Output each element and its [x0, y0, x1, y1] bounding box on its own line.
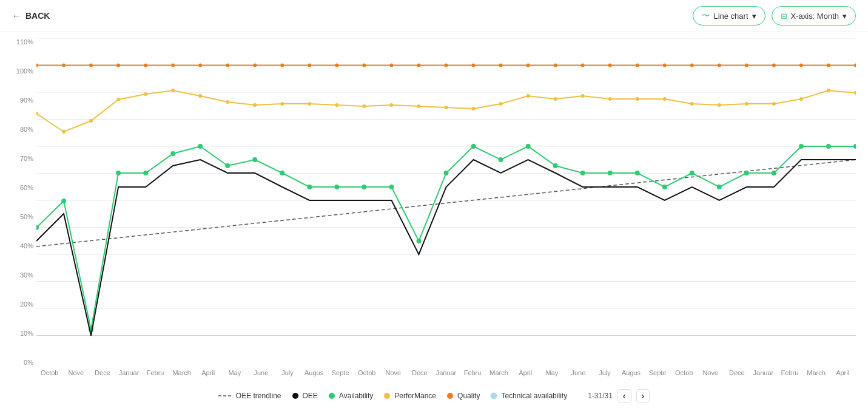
y-label-100: 100%: [16, 67, 33, 75]
x-label-januar1: Januar: [116, 369, 143, 376]
legend-availability-label: Availability: [339, 392, 373, 400]
svg-point-20: [253, 64, 257, 67]
x-label-febru1: Febru: [142, 369, 169, 376]
chart-type-dropdown[interactable]: 〜 Line chart ▾: [693, 6, 765, 25]
back-button[interactable]: ← BACK: [12, 11, 50, 21]
svg-point-70: [772, 102, 776, 106]
legend-technical-availability: Technical availability: [490, 392, 567, 400]
svg-point-46: [116, 98, 120, 101]
svg-point-52: [280, 102, 284, 106]
svg-point-95: [580, 171, 585, 175]
pagination-next-button[interactable]: ›: [636, 389, 650, 403]
svg-point-96: [608, 171, 613, 175]
svg-point-87: [362, 185, 366, 189]
xaxis-icon: ⊞: [781, 12, 787, 21]
svg-point-92: [499, 157, 503, 162]
svg-point-42: [854, 64, 856, 67]
svg-point-60: [499, 102, 503, 106]
svg-point-67: [690, 102, 694, 106]
x-label-may2: May: [539, 369, 565, 376]
legend-quality-label: Quality: [457, 392, 480, 400]
svg-point-61: [527, 94, 530, 98]
svg-point-82: [225, 163, 230, 168]
svg-point-22: [308, 64, 311, 67]
svg-point-59: [472, 107, 476, 110]
x-label-dece3: Dece: [724, 369, 750, 376]
pagination-prev-button[interactable]: ‹: [617, 389, 631, 403]
y-label-110: 110%: [16, 38, 33, 46]
pagination: 1-31/31 ‹ ›: [588, 389, 650, 403]
svg-point-100: [717, 185, 722, 189]
x-label-dece2: Dece: [406, 369, 433, 376]
svg-point-79: [143, 171, 148, 175]
xaxis-dropdown[interactable]: ⊞ X-axis: Month ▾: [772, 6, 856, 25]
svg-point-73: [854, 91, 856, 95]
svg-point-76: [61, 199, 66, 203]
svg-point-97: [635, 171, 640, 175]
y-label-40: 40%: [20, 242, 33, 250]
svg-point-78: [116, 171, 121, 175]
x-axis: Octob Nove Dece Januar Febru March April…: [36, 369, 856, 376]
svg-point-57: [417, 104, 420, 108]
svg-point-72: [827, 89, 830, 92]
x-label-march1: March: [169, 369, 195, 376]
y-label-30: 30%: [20, 271, 33, 279]
svg-point-29: [499, 64, 503, 67]
svg-point-109: [384, 393, 390, 399]
legend-performance: PerforMance: [383, 392, 436, 400]
header-controls: 〜 Line chart ▾ ⊞ X-axis: Month ▾: [693, 6, 856, 25]
x-label-octob3: Octob: [671, 369, 698, 376]
legend-quality: Quality: [446, 392, 480, 400]
x-label-nove2: Nove: [380, 369, 407, 376]
svg-point-45: [89, 119, 93, 123]
x-label-april1: April: [195, 369, 221, 376]
svg-point-99: [690, 171, 695, 175]
svg-point-65: [636, 97, 639, 101]
svg-point-62: [554, 97, 557, 101]
svg-point-104: [826, 144, 831, 149]
chart-area: 110% 100% 90% 80% 70% 60% 50% 40% 30% 20…: [12, 38, 856, 384]
svg-point-111: [491, 393, 497, 399]
svg-point-39: [772, 64, 776, 67]
svg-point-68: [718, 103, 721, 107]
svg-point-26: [417, 64, 420, 67]
svg-point-85: [307, 185, 312, 189]
svg-point-50: [226, 100, 229, 104]
svg-point-80: [170, 151, 175, 156]
svg-point-93: [526, 144, 531, 149]
x-label-septe2: Septe: [644, 369, 671, 376]
svg-point-24: [362, 64, 366, 67]
chart-type-chevron-icon: ▾: [752, 12, 756, 21]
legend-technical-availability-label: Technical availability: [501, 392, 567, 400]
x-label-nove: Nove: [63, 369, 90, 376]
svg-point-44: [62, 130, 66, 134]
svg-point-12: [36, 64, 38, 67]
svg-point-54: [335, 103, 338, 107]
svg-point-63: [581, 94, 585, 98]
x-label-octob: Octob: [36, 369, 63, 376]
x-label-may1: May: [221, 369, 248, 376]
svg-point-17: [171, 64, 175, 67]
xaxis-label: X-axis: Month: [791, 12, 839, 21]
svg-point-21: [280, 64, 284, 67]
chart-container: 110% 100% 90% 80% 70% 60% 50% 40% 30% 20…: [0, 32, 868, 407]
y-label-70: 70%: [20, 155, 33, 162]
svg-point-47: [144, 92, 147, 96]
y-axis: 110% 100% 90% 80% 70% 60% 50% 40% 30% 20…: [12, 38, 36, 366]
svg-point-69: [745, 102, 749, 106]
svg-point-89: [416, 239, 421, 243]
svg-point-58: [445, 106, 448, 109]
svg-point-110: [447, 393, 453, 399]
svg-point-90: [444, 171, 449, 175]
x-label-march2: March: [486, 369, 513, 376]
svg-point-34: [636, 64, 639, 67]
y-label-50: 50%: [20, 213, 33, 220]
svg-point-66: [663, 97, 667, 101]
x-label-januar3: Januar: [750, 369, 777, 376]
svg-point-18: [198, 64, 202, 67]
svg-point-37: [718, 64, 721, 67]
x-label-augus1: Augus: [301, 369, 328, 376]
svg-point-51: [253, 103, 257, 107]
chart-type-label: Line chart: [713, 12, 748, 21]
y-label-90: 90%: [20, 97, 33, 104]
